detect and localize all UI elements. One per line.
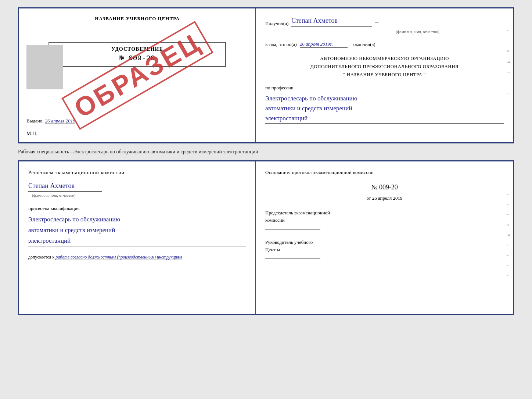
dopuskaetsya: допускается к работе согласно должностны…: [28, 254, 246, 261]
vidan-row: Выдано 26 апреля 2019: [26, 118, 75, 124]
description-text: Рабочая специальность - Электрослесарь п…: [18, 149, 258, 154]
protocol-number: № 009-20: [265, 182, 504, 193]
vidan-date: 26 апреля 2019: [45, 118, 75, 124]
mp-row: М.П.: [26, 131, 37, 137]
right-side-notes: – – и ›а ‹– – – –: [507, 27, 510, 106]
obrazec-stamp: ОБРАЗЕЦ: [61, 21, 213, 130]
profession-line2: автоматики и средств измерений: [265, 105, 352, 112]
bottom-person-name: Степан Ахметов: [28, 181, 246, 192]
receiver-dash: –: [375, 17, 378, 27]
kvalif-line1: Электрослесарь по обслуживанию: [28, 216, 120, 223]
document-container: НАЗВАНИЕ УЧЕБНОГО ЦЕНТРА УДОСТОВЕРЕНИЕ №…: [18, 7, 514, 315]
udostoverenie-title: УДОСТОВЕРЕНИЕ: [57, 46, 218, 52]
cert-right: Получил(а) Степан Ахметов – (фамилия, им…: [256, 8, 513, 142]
receiver-label: Получил(а): [265, 20, 288, 27]
vtom-label: в том, что он(a): [265, 41, 297, 48]
description-row: Рабочая специальность - Электрослесарь п…: [18, 147, 514, 157]
predsed-line2: комиссии: [265, 217, 504, 224]
prisvoena: присвоена квалификация Электрослесарь по…: [28, 205, 246, 246]
profession-label: по профессии: [265, 85, 294, 90]
okonchil-label: окончил(а): [353, 41, 375, 48]
org-line3: " НАЗВАНИЕ УЧЕБНОГО ЦЕНТРА ": [265, 71, 504, 79]
predsed-line1: Председатель экзаменационной: [265, 209, 504, 217]
protocol-date: от 26 апреля 2019: [265, 195, 504, 202]
prisvoena-label: присвоена квалификация: [28, 206, 79, 211]
kvalif-name: Электрослесарь по обслуживанию автоматик…: [28, 214, 246, 247]
bottom-right: Основание: протокол экзаменационной коми…: [256, 161, 513, 314]
ruk-sig-line: [265, 259, 320, 259]
kvalif-line3: электростанций: [28, 237, 71, 244]
bottom-signature-line: [28, 265, 94, 265]
cert-book-top: НАЗВАНИЕ УЧЕБНОГО ЦЕНТРА УДОСТОВЕРЕНИЕ №…: [18, 7, 514, 143]
komissia-title: Решением экзаменационной комиссии: [28, 169, 246, 177]
udostoverenie-number: № 009-20: [57, 54, 218, 63]
bottom-right-margin-notes: – – – и ›а ‹– – – –: [507, 191, 510, 278]
person-name-bottom: Степан Ахметов: [28, 181, 102, 192]
org-block: АВТОНОМНУЮ НЕКОММЕРЧЕСКУЮ ОРГАНИЗАЦИЮ ДО…: [265, 54, 504, 79]
cert-book-bottom: Решением экзаменационной комиссии Степан…: [18, 160, 514, 315]
ruk-line1: Руководитель учебного: [265, 239, 504, 246]
profession-line1: Электрослесарь по обслуживанию: [265, 95, 357, 102]
cert-left: НАЗВАНИЕ УЧЕБНОГО ЦЕНТРА УДОСТОВЕРЕНИЕ №…: [19, 8, 256, 142]
photo-placeholder: [26, 45, 63, 89]
udostoverenie-box: УДОСТОВЕРЕНИЕ № 009-20: [48, 42, 226, 67]
kvalif-line2: автоматики и средств измерений: [28, 227, 115, 234]
ruk-block: Руководитель учебного Центра: [265, 239, 504, 259]
osnov-title: Основание: протокол экзаменационной коми…: [265, 169, 504, 177]
school-name-top: НАЗВАНИЕ УЧЕБНОГО ЦЕНТРА: [95, 16, 180, 22]
dopusk-text: работе согласно должностным (производств…: [55, 254, 182, 260]
fio-label-top: (фамилия, имя, отчество): [298, 29, 532, 35]
profession-block: по профессии Электрослесарь по обслужива…: [265, 84, 504, 124]
dopusk-prefix: допускается к: [28, 254, 54, 260]
fio-label-bottom: (фамилия, имя, отчество): [28, 192, 246, 199]
org-line2: ДОПОЛНИТЕЛЬНОГО ПРОФЕССИОНАЛЬНОГО ОБРАЗО…: [265, 63, 504, 71]
vtom-row: в том, что он(a) 26 апреля 2019г. окончи…: [265, 40, 504, 48]
profession-name: Электрослесарь по обслуживанию автоматик…: [265, 93, 504, 124]
ruk-line2: Центра: [265, 246, 504, 253]
profession-line3: электростанций: [265, 115, 308, 122]
receiver-line: Получил(а) Степан Ахметов –: [265, 16, 504, 27]
org-line1: АВТОНОМНУЮ НЕКОММЕРЧЕСКУЮ ОРГАНИЗАЦИЮ: [265, 54, 504, 63]
fio-small: (фамилия, имя, отчество): [32, 193, 76, 197]
bottom-left: Решением экзаменационной комиссии Степан…: [19, 161, 256, 314]
vidan-label: Выдано: [26, 118, 42, 124]
vtom-date: 26 апреля 2019г.: [300, 40, 348, 48]
predsed-sig-line: [265, 229, 320, 229]
predsed-block: Председатель экзаменационной комиссии: [265, 209, 504, 229]
receiver-name: Степан Ахметов: [291, 16, 372, 27]
